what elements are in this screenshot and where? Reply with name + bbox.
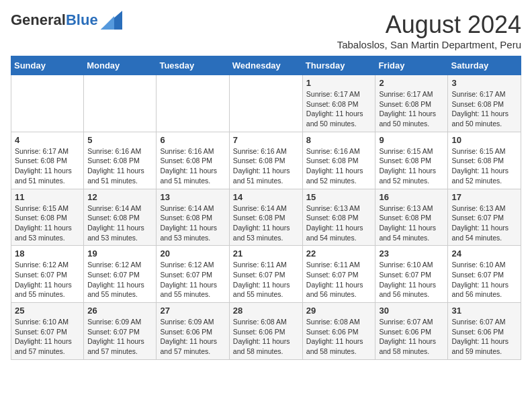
- day-number: 23: [379, 248, 444, 259]
- column-header-tuesday: Tuesday: [157, 56, 229, 75]
- day-cell: 2Sunrise: 6:17 AMSunset: 6:08 PMDaylight…: [375, 75, 448, 132]
- day-info: Sunrise: 6:16 AMSunset: 6:08 PMDaylight:…: [160, 146, 225, 186]
- day-cell: [229, 75, 302, 132]
- day-cell: 10Sunrise: 6:15 AMSunset: 6:08 PMDayligh…: [448, 132, 521, 189]
- day-info: Sunrise: 6:09 AMSunset: 6:07 PMDaylight:…: [87, 317, 152, 357]
- day-info: Sunrise: 6:16 AMSunset: 6:08 PMDaylight:…: [87, 146, 152, 186]
- day-number: 4: [15, 135, 80, 145]
- day-info: Sunrise: 6:07 AMSunset: 6:06 PMDaylight:…: [451, 317, 517, 357]
- day-info: Sunrise: 6:15 AMSunset: 6:08 PMDaylight:…: [451, 146, 517, 186]
- logo-blue: Blue: [66, 11, 98, 28]
- logo-general: General: [11, 11, 66, 28]
- day-info: Sunrise: 6:12 AMSunset: 6:07 PMDaylight:…: [87, 260, 152, 300]
- day-info: Sunrise: 6:16 AMSunset: 6:08 PMDaylight:…: [233, 146, 299, 186]
- day-number: 18: [15, 248, 80, 259]
- day-info: Sunrise: 6:10 AMSunset: 6:07 PMDaylight:…: [379, 260, 444, 300]
- day-cell: 26Sunrise: 6:09 AMSunset: 6:07 PMDayligh…: [84, 303, 157, 360]
- day-cell: 15Sunrise: 6:13 AMSunset: 6:08 PMDayligh…: [302, 189, 375, 246]
- day-info: Sunrise: 6:13 AMSunset: 6:08 PMDaylight:…: [306, 203, 372, 243]
- day-cell: 27Sunrise: 6:09 AMSunset: 6:06 PMDayligh…: [157, 303, 229, 360]
- week-row-1: 1Sunrise: 6:17 AMSunset: 6:08 PMDaylight…: [11, 75, 521, 132]
- page-header: GeneralBlue August 2024 Tabaloslos, San …: [11, 11, 521, 50]
- day-cell: 8Sunrise: 6:16 AMSunset: 6:08 PMDaylight…: [302, 132, 375, 189]
- day-cell: 13Sunrise: 6:14 AMSunset: 6:08 PMDayligh…: [157, 189, 229, 246]
- day-info: Sunrise: 6:11 AMSunset: 6:07 PMDaylight:…: [233, 260, 299, 300]
- day-number: 24: [451, 248, 517, 259]
- day-info: Sunrise: 6:14 AMSunset: 6:08 PMDaylight:…: [233, 203, 299, 243]
- day-cell: 12Sunrise: 6:14 AMSunset: 6:08 PMDayligh…: [84, 189, 157, 246]
- day-cell: 6Sunrise: 6:16 AMSunset: 6:08 PMDaylight…: [157, 132, 229, 189]
- day-cell: 11Sunrise: 6:15 AMSunset: 6:08 PMDayligh…: [11, 189, 84, 246]
- day-cell: 21Sunrise: 6:11 AMSunset: 6:07 PMDayligh…: [229, 246, 302, 303]
- day-number: 30: [379, 306, 444, 316]
- day-number: 25: [15, 306, 80, 316]
- day-number: 21: [233, 248, 299, 259]
- day-info: Sunrise: 6:15 AMSunset: 6:08 PMDaylight:…: [15, 203, 80, 243]
- day-number: 22: [306, 248, 372, 259]
- day-info: Sunrise: 6:08 AMSunset: 6:06 PMDaylight:…: [233, 317, 299, 357]
- day-number: 11: [15, 192, 80, 202]
- week-row-5: 25Sunrise: 6:10 AMSunset: 6:07 PMDayligh…: [11, 303, 521, 360]
- day-cell: 14Sunrise: 6:14 AMSunset: 6:08 PMDayligh…: [229, 189, 302, 246]
- day-number: 16: [379, 192, 444, 202]
- column-header-wednesday: Wednesday: [229, 56, 302, 75]
- day-info: Sunrise: 6:13 AMSunset: 6:08 PMDaylight:…: [379, 203, 444, 243]
- day-number: 9: [379, 135, 444, 145]
- day-number: 29: [306, 306, 372, 316]
- day-cell: 5Sunrise: 6:16 AMSunset: 6:08 PMDaylight…: [84, 132, 157, 189]
- day-info: Sunrise: 6:13 AMSunset: 6:07 PMDaylight:…: [451, 203, 517, 243]
- day-cell: 30Sunrise: 6:07 AMSunset: 6:06 PMDayligh…: [375, 303, 448, 360]
- day-cell: 18Sunrise: 6:12 AMSunset: 6:07 PMDayligh…: [11, 246, 84, 303]
- day-cell: 29Sunrise: 6:08 AMSunset: 6:06 PMDayligh…: [302, 303, 375, 360]
- day-cell: 19Sunrise: 6:12 AMSunset: 6:07 PMDayligh…: [84, 246, 157, 303]
- day-cell: [157, 75, 229, 132]
- day-number: 7: [233, 135, 299, 145]
- svg-marker-1: [101, 16, 114, 30]
- day-cell: 9Sunrise: 6:15 AMSunset: 6:08 PMDaylight…: [375, 132, 448, 189]
- day-number: 13: [160, 192, 225, 202]
- day-number: 26: [87, 306, 152, 316]
- day-info: Sunrise: 6:17 AMSunset: 6:08 PMDaylight:…: [306, 89, 372, 129]
- day-info: Sunrise: 6:12 AMSunset: 6:07 PMDaylight:…: [15, 260, 80, 300]
- day-info: Sunrise: 6:16 AMSunset: 6:08 PMDaylight:…: [306, 146, 372, 186]
- day-info: Sunrise: 6:10 AMSunset: 6:07 PMDaylight:…: [15, 317, 80, 357]
- day-info: Sunrise: 6:07 AMSunset: 6:06 PMDaylight:…: [379, 317, 444, 357]
- column-header-sunday: Sunday: [11, 56, 84, 75]
- day-number: 12: [87, 192, 152, 202]
- day-number: 27: [160, 306, 225, 316]
- day-cell: 31Sunrise: 6:07 AMSunset: 6:06 PMDayligh…: [448, 303, 521, 360]
- day-number: 19: [87, 248, 152, 259]
- title-block: August 2024 Tabaloslos, San Martin Depar…: [337, 11, 521, 50]
- day-cell: 23Sunrise: 6:10 AMSunset: 6:07 PMDayligh…: [375, 246, 448, 303]
- day-info: Sunrise: 6:10 AMSunset: 6:07 PMDaylight:…: [451, 260, 517, 300]
- day-cell: 20Sunrise: 6:12 AMSunset: 6:07 PMDayligh…: [157, 246, 229, 303]
- week-row-3: 11Sunrise: 6:15 AMSunset: 6:08 PMDayligh…: [11, 189, 521, 246]
- day-cell: 3Sunrise: 6:17 AMSunset: 6:08 PMDaylight…: [448, 75, 521, 132]
- day-info: Sunrise: 6:08 AMSunset: 6:06 PMDaylight:…: [306, 317, 372, 357]
- day-cell: 7Sunrise: 6:16 AMSunset: 6:08 PMDaylight…: [229, 132, 302, 189]
- day-number: 28: [233, 306, 299, 316]
- day-cell: 24Sunrise: 6:10 AMSunset: 6:07 PMDayligh…: [448, 246, 521, 303]
- day-cell: 28Sunrise: 6:08 AMSunset: 6:06 PMDayligh…: [229, 303, 302, 360]
- day-number: 3: [451, 78, 517, 88]
- day-number: 1: [306, 78, 372, 88]
- day-number: 31: [451, 306, 517, 316]
- calendar-header-row: SundayMondayTuesdayWednesdayThursdayFrid…: [11, 56, 521, 75]
- day-cell: 17Sunrise: 6:13 AMSunset: 6:07 PMDayligh…: [448, 189, 521, 246]
- day-info: Sunrise: 6:09 AMSunset: 6:06 PMDaylight:…: [160, 317, 225, 357]
- calendar-title: August 2024: [337, 11, 521, 39]
- week-row-4: 18Sunrise: 6:12 AMSunset: 6:07 PMDayligh…: [11, 246, 521, 303]
- day-info: Sunrise: 6:14 AMSunset: 6:08 PMDaylight:…: [160, 203, 225, 243]
- day-number: 8: [306, 135, 372, 145]
- day-number: 10: [451, 135, 517, 145]
- column-header-saturday: Saturday: [448, 56, 521, 75]
- day-info: Sunrise: 6:11 AMSunset: 6:07 PMDaylight:…: [306, 260, 372, 300]
- day-number: 6: [160, 135, 225, 145]
- logo-icon: [101, 11, 122, 30]
- column-header-monday: Monday: [84, 56, 157, 75]
- day-info: Sunrise: 6:17 AMSunset: 6:08 PMDaylight:…: [379, 89, 444, 129]
- day-number: 5: [87, 135, 152, 145]
- week-row-2: 4Sunrise: 6:17 AMSunset: 6:08 PMDaylight…: [11, 132, 521, 189]
- day-info: Sunrise: 6:14 AMSunset: 6:08 PMDaylight:…: [87, 203, 152, 243]
- day-number: 14: [233, 192, 299, 202]
